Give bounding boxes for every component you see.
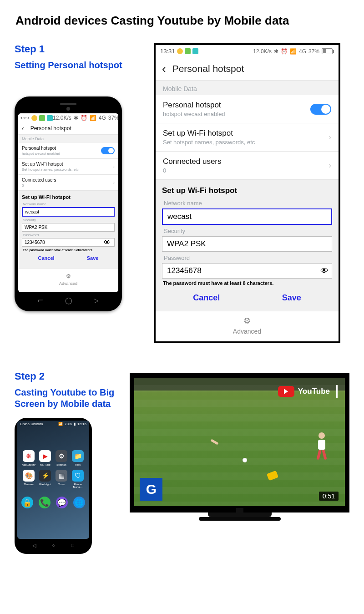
password-field[interactable]: 12345678: [22, 238, 115, 247]
security-field[interactable]: WPA2 PSK: [22, 223, 115, 232]
status-app1-icon: [185, 48, 191, 54]
hotspot-toggle-sub: hotspot wecast enabled: [163, 111, 225, 117]
row-connected-users[interactable]: Connected users 0 ›: [18, 175, 118, 191]
app-label: YouTube: [40, 463, 51, 466]
status-app2-icon: [47, 115, 53, 121]
launcher-battery: 78%: [65, 422, 72, 426]
hotspot-toggle[interactable]: [101, 147, 115, 154]
hotspot-toggle[interactable]: [310, 104, 331, 115]
eye-icon[interactable]: 👁: [104, 238, 111, 247]
nav-back-icon[interactable]: ◁: [32, 543, 36, 548]
status-time: 13:31: [20, 116, 30, 120]
setup-wifi-sub: Set hotspot names, passwords, etc: [163, 139, 255, 146]
app-label: Files: [75, 463, 81, 466]
gear-icon: ⚙: [66, 273, 71, 279]
network-name-field[interactable]: wecast: [162, 208, 332, 225]
app-tools[interactable]: ▦Tools: [55, 470, 68, 488]
save-button[interactable]: Save: [87, 255, 99, 261]
advanced-button[interactable]: ⚙ Advanced: [156, 311, 339, 341]
dock-globe-icon[interactable]: 🌐: [73, 497, 85, 508]
channel-badge: G: [140, 478, 162, 501]
password-hint: The password must have at least 8 charac…: [163, 280, 331, 286]
save-button[interactable]: Save: [282, 293, 301, 303]
chevron-right-icon: ›: [329, 132, 331, 142]
setup-wifi-sub: Set hotspot names, passwords, etc: [22, 167, 79, 172]
signal-icon: 📶: [290, 48, 297, 55]
nav-home-icon[interactable]: ○: [52, 543, 55, 548]
youtube-brand-label: YouTube: [298, 387, 330, 396]
bluetooth-icon: ✱: [74, 115, 78, 121]
folder-icon: 📁: [72, 450, 84, 462]
shield-icon: 🛡: [72, 470, 84, 482]
app-flashlight[interactable]: ⚡Flashlight: [38, 470, 52, 488]
youtube-play-icon: [278, 386, 294, 397]
phone-thumbnail: 13:31 12.0K/s ✱ ⏰ 📶 4G: [15, 96, 122, 311]
app-label: Flashlight: [39, 483, 51, 486]
bluetooth-icon: ✱: [274, 48, 278, 55]
row-connected-users[interactable]: Connected users 0 ›: [156, 152, 339, 180]
status-dot-icon: [177, 48, 183, 54]
app-label: Phone Mana…: [71, 483, 85, 488]
network-label: 4G: [99, 115, 106, 121]
password-label: Password: [23, 233, 114, 237]
back-icon[interactable]: ‹: [162, 63, 166, 75]
watermark-bar: [336, 385, 338, 398]
gear-icon: ⚙: [243, 316, 251, 326]
row-personal-hotspot[interactable]: Personal hotspot hotspot wecast enabled: [156, 95, 339, 123]
hotspot-toggle-label: Personal hotspot: [22, 146, 60, 151]
back-icon[interactable]: ‹: [22, 125, 24, 132]
row-setup-wifi[interactable]: Set up Wi-Fi hotspot Set hotspot names, …: [156, 123, 339, 152]
app-appgallery[interactable]: ❋AppGallery: [22, 450, 35, 466]
connected-users-count: 0: [163, 167, 222, 174]
palette-icon: 🎨: [23, 470, 35, 482]
nav-recent-icon[interactable]: □: [71, 543, 74, 548]
connected-users-label: Connected users: [22, 178, 56, 183]
form-header: Set up Wi-Fi hotspot: [22, 194, 115, 200]
dock-phone-icon[interactable]: 📞: [39, 497, 51, 508]
youtube-watermark: YouTube: [278, 385, 338, 398]
status-speed: 12.0K/s: [253, 48, 272, 55]
launcher-phone: China Unicom 📶 78% ▮ 16:16 ❋AppGallery▶Y…: [15, 418, 92, 554]
app-label: Tools: [58, 483, 65, 486]
cancel-button[interactable]: Cancel: [38, 255, 55, 261]
screen-title: Personal hotspot: [30, 125, 71, 132]
dock-lock-icon[interactable]: 🔒: [21, 497, 33, 508]
password-field[interactable]: 12345678: [162, 263, 332, 279]
step1-label: Step 1: [15, 43, 143, 55]
screen-title: Personal hotspot: [172, 63, 244, 74]
carrier-label: China Unicom: [20, 422, 43, 426]
app-label: Themes: [24, 483, 34, 486]
advanced-label: Advanced: [59, 281, 77, 286]
hotspot-toggle-sub: hotspot wecast enabled: [22, 152, 60, 156]
status-speed: 12.0K/s: [53, 115, 71, 121]
app-youtube[interactable]: ▶YouTube: [38, 450, 52, 466]
row-setup-wifi[interactable]: Set up Wi-Fi hotspot Set hotspot names, …: [18, 159, 118, 175]
tv: YouTube G 0:51: [130, 373, 349, 521]
connected-users-count: 0: [22, 183, 56, 188]
player-yellow: [271, 463, 345, 490]
gear-icon: ⚙: [56, 450, 67, 462]
nav-recent-icon[interactable]: ▭: [38, 297, 44, 304]
chevron-right-icon: ›: [113, 164, 115, 169]
cancel-button[interactable]: Cancel: [193, 293, 220, 303]
app-phone-mana-[interactable]: 🛡Phone Mana…: [71, 470, 85, 488]
page-title: Android devices Casting Youtube by Mobil…: [15, 14, 349, 28]
nav-home-icon[interactable]: ◯: [65, 297, 72, 304]
status-dot-icon: [31, 115, 37, 121]
eye-icon[interactable]: 👁: [320, 266, 329, 276]
row-personal-hotspot[interactable]: Personal hotspot hotspot wecast enabled: [18, 143, 118, 159]
signal-icon: 📶: [90, 115, 96, 121]
advanced-button[interactable]: ⚙ Advanced: [18, 268, 118, 292]
battery-icon: [322, 48, 334, 54]
settings-zoom-panel: 13:31 12.0K/s ✱ ⏰ 📶 4G 37% ‹ Personal: [154, 43, 340, 343]
step2-label: Step 2: [15, 370, 119, 382]
app-themes[interactable]: 🎨Themes: [22, 470, 35, 488]
nav-back-icon[interactable]: ▷: [94, 297, 99, 304]
advanced-label: Advanced: [233, 328, 261, 335]
network-name-field[interactable]: wecast: [22, 207, 115, 217]
grid-icon: ▦: [56, 470, 67, 482]
app-files[interactable]: 📁Files: [71, 450, 85, 466]
security-field[interactable]: WPA2 PSK: [162, 236, 332, 252]
app-settings[interactable]: ⚙Settings: [55, 450, 68, 466]
dock-chat-icon[interactable]: 💬: [56, 497, 68, 508]
